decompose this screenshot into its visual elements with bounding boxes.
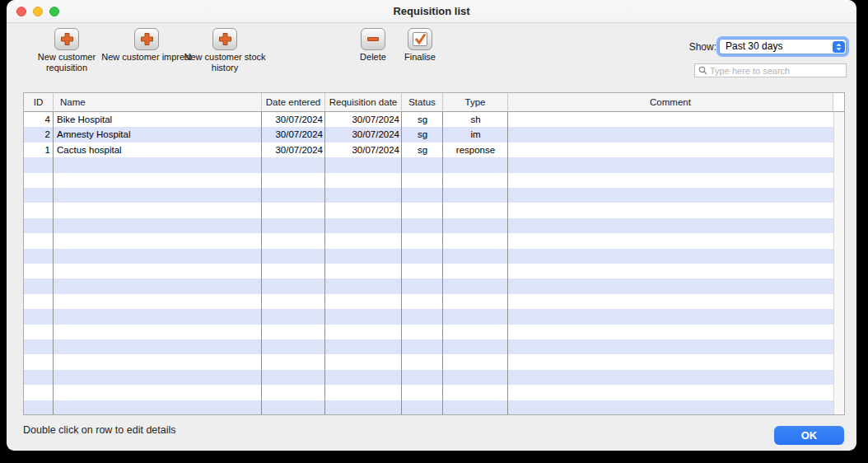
column-header-requisition-date[interactable]: Requisition date bbox=[325, 93, 402, 111]
cell-requisition-date: 30/07/2024 bbox=[325, 127, 402, 142]
requisition-table: ID Name Date entered Requisition date St… bbox=[23, 92, 845, 415]
table-header: ID Name Date entered Requisition date St… bbox=[24, 93, 844, 112]
edit-hint-text: Double click on row to edit details bbox=[23, 424, 176, 436]
search-field[interactable] bbox=[694, 63, 847, 77]
plus-icon bbox=[54, 28, 79, 50]
new-customer-requisition-button[interactable]: New customer requisition bbox=[21, 28, 113, 72]
cell-status: sg bbox=[402, 112, 443, 127]
new-customer-stock-history-label: New customer stock history bbox=[179, 52, 271, 72]
table-row[interactable]: 1 Cactus hospital 30/07/2024 30/07/2024 … bbox=[24, 143, 833, 157]
cell-id: 2 bbox=[24, 127, 54, 142]
cell-type: response bbox=[443, 143, 508, 157]
column-header-date-entered[interactable]: Date entered bbox=[262, 93, 325, 111]
cell-comment bbox=[508, 127, 833, 142]
cell-comment bbox=[508, 112, 833, 127]
vertical-scrollbar[interactable] bbox=[833, 112, 844, 414]
cell-name: Amnesty Hospital bbox=[54, 127, 262, 142]
plus-icon bbox=[212, 28, 237, 50]
window-title: Requisition list bbox=[7, 0, 856, 23]
column-header-status[interactable]: Status bbox=[402, 93, 443, 111]
new-customer-requisition-label: New customer requisition bbox=[21, 52, 113, 72]
table-row[interactable]: 2 Amnesty Hospital 30/07/2024 30/07/2024… bbox=[24, 127, 833, 142]
column-header-name[interactable]: Name bbox=[54, 93, 262, 111]
cell-name: Bike Hospital bbox=[54, 112, 262, 127]
table-row[interactable]: 4 Bike Hospital 30/07/2024 30/07/2024 sg… bbox=[24, 112, 833, 127]
cell-type: sh bbox=[443, 112, 508, 127]
show-period-value: Past 30 days bbox=[726, 40, 782, 52]
delete-label: Delete bbox=[360, 52, 386, 63]
cell-type: im bbox=[443, 127, 508, 142]
cell-date-entered: 30/07/2024 bbox=[262, 127, 325, 142]
search-icon bbox=[698, 66, 707, 75]
new-customer-stock-history-button[interactable]: New customer stock history bbox=[179, 28, 271, 72]
cell-requisition-date: 30/07/2024 bbox=[325, 143, 402, 157]
cell-date-entered: 30/07/2024 bbox=[262, 143, 325, 157]
delete-button[interactable]: Delete bbox=[348, 28, 398, 63]
cell-status: sg bbox=[402, 143, 443, 157]
plus-icon bbox=[134, 28, 159, 50]
cell-comment bbox=[508, 143, 833, 157]
show-period-dropdown[interactable]: Past 30 days bbox=[719, 39, 847, 54]
header-corner bbox=[833, 93, 844, 111]
column-header-type[interactable]: Type bbox=[443, 93, 508, 111]
minus-icon bbox=[361, 28, 385, 50]
checkmark-icon bbox=[408, 28, 432, 50]
show-label: Show: bbox=[689, 41, 716, 53]
title-bar: Requisition list bbox=[7, 0, 856, 23]
table-body: 4 Bike Hospital 30/07/2024 30/07/2024 sg… bbox=[24, 112, 844, 414]
ok-button[interactable]: OK bbox=[774, 426, 844, 445]
cell-name: Cactus hospital bbox=[54, 143, 262, 157]
requisition-list-window: Requisition list New customer requisitio… bbox=[7, 0, 856, 451]
cell-id: 1 bbox=[24, 143, 54, 157]
dropdown-stepper-icon bbox=[833, 41, 845, 53]
cell-date-entered: 30/07/2024 bbox=[262, 112, 325, 127]
column-header-id[interactable]: ID bbox=[24, 93, 54, 111]
finalise-button[interactable]: Finalise bbox=[395, 28, 445, 63]
search-input[interactable] bbox=[710, 66, 842, 76]
cell-requisition-date: 30/07/2024 bbox=[325, 112, 402, 127]
cell-status: sg bbox=[402, 127, 443, 142]
column-header-comment[interactable]: Comment bbox=[508, 93, 833, 111]
finalise-label: Finalise bbox=[404, 52, 436, 63]
cell-id: 4 bbox=[24, 112, 54, 127]
